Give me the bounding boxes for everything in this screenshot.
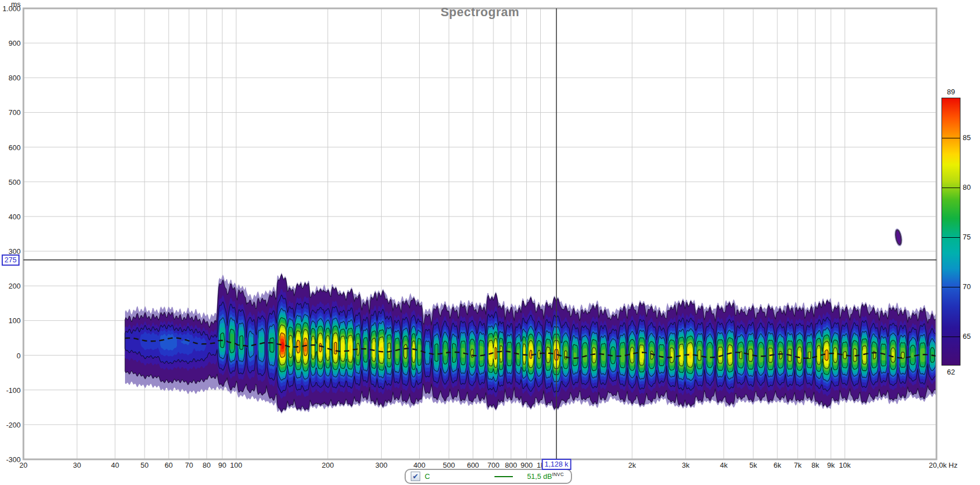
spectrogram-window: Spectrogram ms 1.00090080070060050040030… — [0, 0, 980, 485]
isolated-echo-blob — [893, 228, 904, 247]
y-tick-label: 500 — [0, 177, 21, 186]
colorbar-tick — [942, 138, 960, 138]
x-tick-label: 2k — [628, 461, 636, 469]
x-tick-label: 700 — [487, 461, 499, 469]
trace-line-sample — [494, 476, 513, 477]
x-tick-label: 90 — [218, 461, 226, 469]
x-tick-label: 4k — [720, 461, 728, 469]
trace-value-label: 51,5 dBINVC — [527, 472, 564, 481]
x-tick-label: 5k — [750, 461, 757, 469]
y-tick-label: 800 — [0, 74, 21, 82]
x-tick-label: 8k — [811, 461, 819, 469]
y-tick-label: 0 — [0, 351, 21, 359]
x-tick-label: 6k — [774, 461, 781, 469]
page-title: Spectrogram — [23, 5, 936, 20]
colorbar-tick — [942, 287, 960, 287]
x-tick-label: 10k — [839, 461, 851, 469]
trace-checkbox[interactable]: ✔ — [411, 472, 420, 481]
x-tick-label: 9k — [827, 461, 835, 469]
x-tick-label: 500 — [443, 461, 455, 469]
x-tick-label: 80 — [203, 461, 210, 469]
colorbar-tick-label: 65 — [963, 332, 971, 340]
x-tick-label: 7k — [794, 461, 801, 469]
colorbar-tick-label: 80 — [963, 183, 971, 191]
y-tick-label: 700 — [0, 108, 21, 117]
x-tick-label: 300 — [376, 461, 388, 469]
crosshair-time-readout: 275 — [2, 254, 20, 266]
x-tick-label: 200 — [321, 461, 334, 469]
trace-value-superscript: INVC — [552, 472, 564, 477]
spectrogram-plot[interactable] — [0, 0, 980, 485]
colorbar-tick-label: 75 — [963, 232, 971, 241]
colorbar-tick — [942, 237, 960, 238]
y-tick-label: -300 — [0, 455, 21, 464]
colorbar-tick-label: 70 — [963, 282, 971, 290]
x-tick-label: 900 — [521, 461, 533, 469]
legend-box: ✔ C 51,5 dBINVC — [405, 469, 572, 484]
x-tick-label: 20 — [20, 461, 27, 469]
x-tick-label: 100 — [230, 461, 242, 469]
y-tick-label: 200 — [0, 282, 21, 290]
colorbar[interactable] — [941, 98, 960, 366]
trace-name-label: C — [425, 472, 430, 481]
y-tick-label: -200 — [0, 420, 21, 429]
x-tick-label: 40 — [111, 461, 119, 469]
colorbar-min-label: 62 — [941, 368, 960, 376]
x-tick-label: 800 — [505, 461, 517, 469]
x-tick-label: 30 — [73, 461, 81, 469]
y-tick-label: -100 — [0, 386, 21, 394]
x-tick-label: 60 — [165, 461, 172, 469]
y-tick-label: 900 — [0, 39, 21, 47]
colorbar-tick-label: 85 — [963, 133, 971, 142]
colorbar-tick — [942, 188, 960, 188]
colorbar-max-label: 89 — [941, 88, 960, 96]
y-tick-label: 100 — [0, 316, 21, 325]
x-tick-label: 70 — [185, 461, 193, 469]
x-tick-label: 20,0k Hz — [929, 461, 957, 469]
x-tick-label: 50 — [141, 461, 148, 469]
trace-value-text: 51,5 dB — [527, 473, 552, 481]
y-tick-label: 400 — [0, 212, 21, 220]
x-tick-label: 3k — [682, 461, 690, 469]
x-tick-label: 400 — [414, 461, 426, 469]
crosshair-frequency-readout: 1,128 k — [542, 459, 571, 470]
x-tick-label: 600 — [467, 461, 479, 469]
colorbar-tick — [942, 337, 960, 337]
spectrogram-blob — [125, 273, 936, 414]
y-tick-label: 1.000 — [0, 4, 21, 13]
y-tick-label: 600 — [0, 143, 21, 151]
